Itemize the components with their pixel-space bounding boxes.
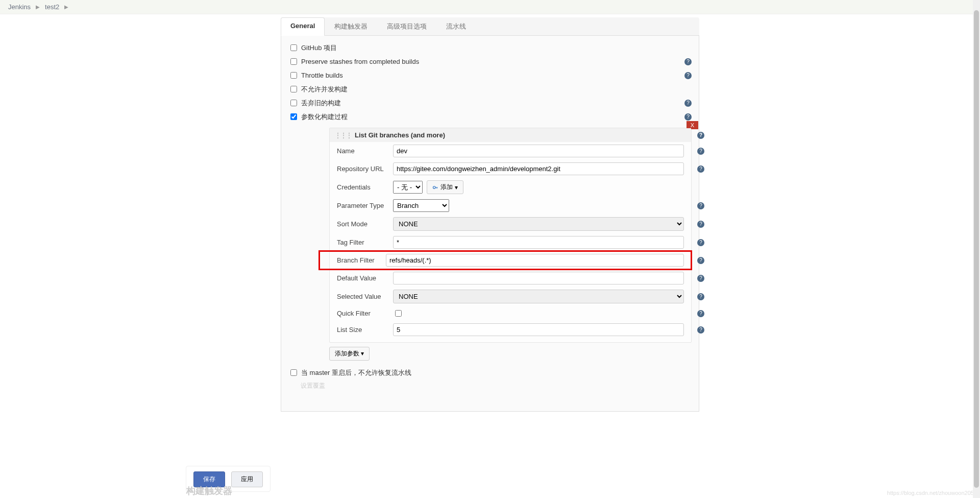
no-resume-checkbox[interactable] <box>290 369 297 376</box>
sort-mode-select[interactable]: NONE <box>393 217 684 231</box>
default-value-input[interactable] <box>393 272 684 284</box>
quick-filter-checkbox[interactable] <box>395 310 402 317</box>
repo-url-input[interactable] <box>393 162 684 175</box>
help-icon[interactable]: ? <box>697 257 704 264</box>
help-icon[interactable]: ? <box>697 148 704 155</box>
add-credentials-button[interactable]: 添加 ▾ <box>427 180 463 194</box>
help-icon[interactable]: ? <box>697 293 704 300</box>
breadcrumb: Jenkins ▶ test2 ▶ ▲ <box>0 0 980 14</box>
tab-advanced-project-options[interactable]: 高级项目选项 <box>377 17 436 35</box>
list-size-label: List Size <box>337 326 393 334</box>
help-icon[interactable]: ? <box>684 113 692 121</box>
tab-general[interactable]: General <box>281 17 325 36</box>
discard-old-label: 丢弃旧的构建 <box>301 99 341 108</box>
config-tabs: General 构建触发器 高级项目选项 流水线 <box>281 17 699 36</box>
disallow-parallel-checkbox[interactable] <box>290 86 297 92</box>
chevron-right-icon: ▶ <box>64 4 68 10</box>
help-icon[interactable]: ? <box>684 72 692 79</box>
help-icon[interactable]: ? <box>684 58 692 65</box>
parameter-title: List Git branches (and more) <box>355 131 445 139</box>
help-icon[interactable]: ? <box>697 132 704 139</box>
caret-down-icon: ▾ <box>361 350 364 357</box>
tag-filter-input[interactable] <box>393 236 684 249</box>
add-credentials-label: 添加 <box>440 183 453 192</box>
preserve-stashes-checkbox[interactable] <box>290 58 297 65</box>
help-icon[interactable]: ? <box>697 202 704 209</box>
chevron-right-icon: ▶ <box>36 4 40 10</box>
tag-filter-label: Tag Filter <box>337 239 393 246</box>
github-project-checkbox[interactable] <box>290 44 297 51</box>
sort-mode-label: Sort Mode <box>337 220 393 228</box>
breadcrumb-job[interactable]: test2 <box>45 3 59 11</box>
parameter-block: X ⋮⋮⋮ List Git branches (and more) ? Nam… <box>329 128 692 343</box>
tab-build-triggers[interactable]: 构建触发器 <box>325 17 377 35</box>
scrollbar-thumb[interactable] <box>974 10 979 412</box>
list-size-input[interactable] <box>393 323 684 336</box>
throttle-builds-label: Throttle builds <box>301 72 343 79</box>
help-icon[interactable]: ? <box>684 100 692 107</box>
parameter-type-label: Parameter Type <box>337 202 393 209</box>
branch-filter-label: Branch Filter <box>337 256 386 264</box>
parameter-type-select[interactable]: Branch <box>393 199 449 212</box>
parameterized-label: 参数化构建过程 <box>301 112 348 122</box>
no-resume-label: 当 master 重启后，不允许恢复流水线 <box>301 368 411 377</box>
credentials-select[interactable]: - 无 - <box>393 181 423 194</box>
throttle-builds-checkbox[interactable] <box>290 72 297 79</box>
svg-point-0 <box>433 186 436 188</box>
branch-filter-input[interactable] <box>386 254 684 267</box>
help-icon[interactable]: ? <box>697 275 704 282</box>
drag-handle-icon[interactable]: ⋮⋮⋮ <box>335 132 352 139</box>
selected-value-select[interactable]: NONE <box>393 290 684 303</box>
key-icon <box>432 184 438 191</box>
github-project-label: GitHub 项目 <box>301 43 337 53</box>
default-value-label: Default Value <box>337 274 393 282</box>
tab-pipeline[interactable]: 流水线 <box>436 17 476 35</box>
preserve-stashes-label: Preserve stashes from completed builds <box>301 58 419 65</box>
repo-url-label: Repository URL <box>337 165 393 173</box>
help-icon[interactable]: ? <box>697 239 704 246</box>
help-icon[interactable]: ? <box>697 221 704 228</box>
selected-value-label: Selected Value <box>337 293 393 300</box>
add-parameter-button[interactable]: 添加参数 ▾ <box>329 347 370 361</box>
general-panel: GitHub 项目 Preserve stashes from complete… <box>281 36 699 412</box>
help-icon[interactable]: ? <box>697 310 704 317</box>
scrollbar[interactable] <box>973 0 980 412</box>
help-icon[interactable]: ? <box>697 326 704 334</box>
help-icon[interactable]: ? <box>697 165 704 173</box>
name-label: Name <box>337 147 393 155</box>
breadcrumb-root[interactable]: Jenkins <box>8 3 31 11</box>
partial-row-text: 设置覆盖 <box>301 382 692 390</box>
disallow-parallel-label: 不允许并发构建 <box>301 85 348 94</box>
parameterized-checkbox[interactable] <box>290 113 297 120</box>
discard-old-checkbox[interactable] <box>290 100 297 106</box>
add-parameter-label: 添加参数 <box>335 350 359 357</box>
quick-filter-label: Quick Filter <box>337 310 393 317</box>
caret-down-icon: ▾ <box>455 184 458 191</box>
name-input[interactable] <box>393 145 684 157</box>
credentials-label: Credentials <box>337 183 393 191</box>
